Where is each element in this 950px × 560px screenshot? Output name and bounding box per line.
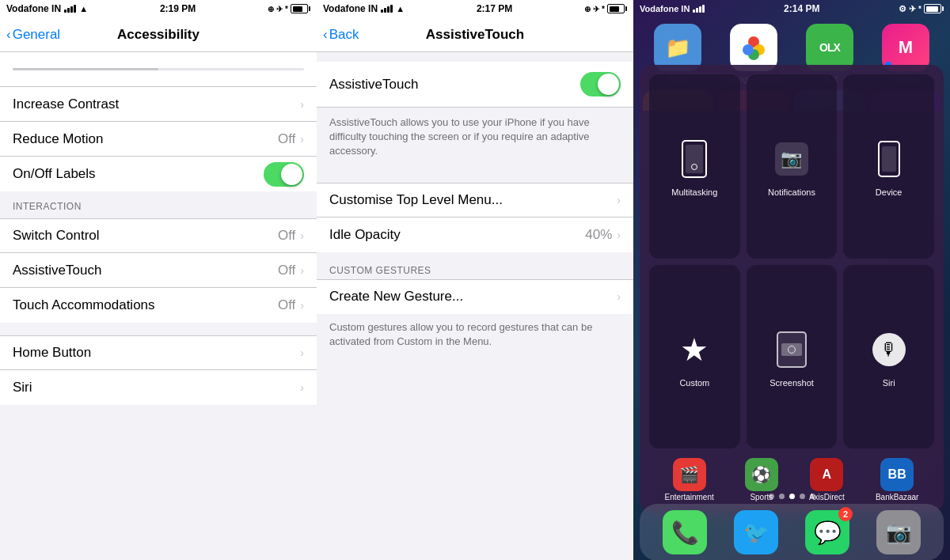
svg-point-3 <box>743 44 754 55</box>
vision-group: Increase Contrast › Reduce Motion Off › … <box>0 87 317 191</box>
back-label-2: Back <box>329 27 359 43</box>
assistivetouch-toggle-row[interactable]: AssistiveTouch <box>317 62 633 108</box>
bottom-group: Home Button › Siri › <box>0 335 317 405</box>
assistivetouch-chevron: › <box>300 264 304 277</box>
home-button-item[interactable]: Home Button › <box>0 335 317 370</box>
signal-1 <box>64 5 76 13</box>
on-off-labels-item[interactable]: On/Off Labels <box>0 157 317 191</box>
multitasking-label: Multitasking <box>671 187 717 197</box>
interaction-group: Switch Control Off › AssistiveTouch Off … <box>0 218 317 323</box>
create-gesture-item[interactable]: Create New Gesture... › <box>317 279 633 314</box>
on-off-labels-toggle[interactable] <box>264 162 304 187</box>
customise-menu-chevron: › <box>617 194 621 206</box>
back-chevron-2: ‹ <box>323 27 328 43</box>
compass-icon-1: ✈ <box>276 5 283 13</box>
status-bar-3: Vodafone IN 2:14 PM ⚙ ✈ * <box>633 0 950 17</box>
cc-notifications[interactable]: 📷 Notifications <box>747 74 838 259</box>
cc-multitasking[interactable]: Multitasking <box>649 74 740 259</box>
page-title-1: Accessibility <box>117 27 200 43</box>
cc-device[interactable]: Device <box>843 74 934 259</box>
custom-gestures-header: CUSTOM GESTURES <box>317 252 633 279</box>
status-right-2: ⊕ ✈ * <box>584 4 627 13</box>
back-label-1: General <box>13 27 60 43</box>
home-button-label: Home Button <box>13 345 300 361</box>
assistivetouch-description: AssistiveTouch allows you to use your iP… <box>317 108 633 170</box>
status-left-3: Vodafone IN <box>640 4 705 13</box>
home-button-chevron: › <box>300 346 304 359</box>
myntra-icon: M <box>882 24 929 71</box>
interaction-header: INTERACTION <box>0 191 317 218</box>
mid-spacer <box>317 170 633 183</box>
status-right-1: ⊕ ✈ * <box>268 4 310 13</box>
home-panel: Vodafone IN 2:14 PM ⚙ ✈ * <box>633 0 950 560</box>
sports-icon: ⚽ <box>745 458 778 491</box>
assistivetouch-toggle-label: AssistiveTouch <box>329 77 580 93</box>
back-button-2[interactable]: ‹ Back <box>323 27 359 43</box>
dock-phone[interactable]: 📞 <box>663 510 707 554</box>
dock-whatsapp[interactable]: 💬 2 <box>805 510 849 554</box>
dock-row: 📞 🐦 💬 2 📷 <box>633 489 950 560</box>
carrier-2: Vodafone IN <box>323 3 378 14</box>
back-button-1[interactable]: ‹ General <box>6 27 60 43</box>
assistivetouch-toggle[interactable] <box>580 72 621 96</box>
customise-menu-item[interactable]: Customise Top Level Menu... › <box>317 183 633 218</box>
wifi-icon-2: ▲ <box>396 4 405 13</box>
touch-accommodations-item[interactable]: Touch Accommodations Off › <box>0 288 317 323</box>
siri-item[interactable]: Siri › <box>0 370 317 405</box>
cc-siri[interactable]: 🎙 Siri <box>843 265 934 449</box>
cc-screenshot[interactable]: Screenshot <box>747 265 838 449</box>
cc-custom[interactable]: ★ Custom <box>649 265 740 449</box>
page-dot-4 <box>800 494 805 499</box>
custom-gestures-description: Custom gestures allow you to record gest… <box>317 314 633 360</box>
switch-control-chevron: › <box>300 229 304 242</box>
assistivetouch-toggle-knob <box>598 74 619 95</box>
home-content: 📁 Files GooglePhotos <box>633 17 950 560</box>
signal-3 <box>693 5 705 13</box>
whatsapp-badge: 2 <box>838 507 853 521</box>
touch-accommodations-label: Touch Accommodations <box>13 297 278 313</box>
custom-gestures-group: Create New Gesture... › <box>317 279 633 314</box>
status-left-1: Vodafone IN ▲ <box>6 3 88 14</box>
axisdirect-icon: A <box>810 458 843 491</box>
siri-icon: 🎙 <box>869 326 909 373</box>
switch-control-value: Off <box>278 228 295 244</box>
assistive-list: AssistiveTouch AssistiveTouch allows you… <box>317 52 633 560</box>
idle-opacity-item[interactable]: Idle Opacity 40% › <box>317 218 633 252</box>
settings-list-1: Increase Contrast › Reduce Motion Off › … <box>0 52 317 560</box>
idle-opacity-value: 40% <box>585 227 612 243</box>
custom-icon: ★ <box>674 326 714 373</box>
assistivetouch-item[interactable]: AssistiveTouch Off › <box>0 253 317 288</box>
battery-3 <box>924 4 944 13</box>
dock-camera[interactable]: 📷 <box>876 510 921 554</box>
notifications-label: Notifications <box>768 187 815 197</box>
increase-contrast-chevron: › <box>300 98 304 111</box>
page-dot-3 <box>789 494 795 499</box>
on-off-labels-label: On/Off Labels <box>13 166 264 182</box>
location-icon-2: ⊕ <box>584 5 591 13</box>
reduce-motion-item[interactable]: Reduce Motion Off › <box>0 122 317 157</box>
googlephotos-icon <box>730 24 777 71</box>
cc-grid: Multitasking 📷 Notifications <box>649 74 934 448</box>
bluetooth-icon-3: * <box>918 5 922 13</box>
bankbazaar-icon: BB <box>880 458 914 491</box>
switch-control-item[interactable]: Switch Control Off › <box>0 218 317 253</box>
time-3: 2:14 PM <box>784 3 819 14</box>
control-center: Multitasking 📷 Notifications <box>640 65 944 513</box>
carrier-3: Vodafone IN <box>640 4 690 13</box>
custom-label: Custom <box>679 378 709 388</box>
dock-twitter[interactable]: 🐦 <box>734 510 778 554</box>
siri-label: Siri <box>13 380 300 395</box>
customise-menu-label: Customise Top Level Menu... <box>329 192 617 208</box>
increase-contrast-item[interactable]: Increase Contrast › <box>0 87 317 122</box>
carrier-1: Vodafone IN <box>6 3 61 14</box>
location-icon-3: ✈ <box>909 4 916 14</box>
screenshot-label: Screenshot <box>770 378 814 388</box>
increase-contrast-label: Increase Contrast <box>13 96 300 112</box>
settings-icon-3: ⚙ <box>899 4 906 14</box>
create-gesture-chevron: › <box>617 290 621 303</box>
time-2: 2:17 PM <box>477 3 512 14</box>
device-icon <box>869 135 909 183</box>
signal-2 <box>381 5 393 13</box>
siri-chevron: › <box>300 381 304 394</box>
idle-opacity-label: Idle Opacity <box>329 227 585 243</box>
